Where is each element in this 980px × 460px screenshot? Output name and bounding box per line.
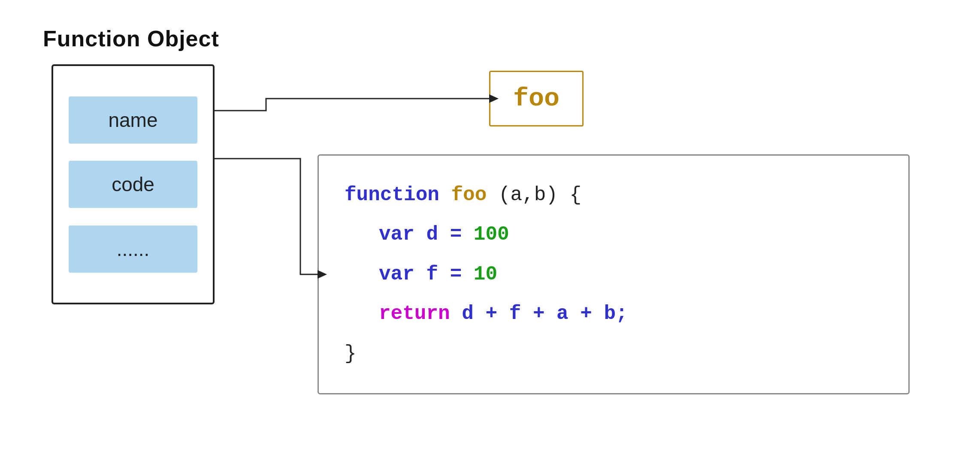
code-closing-brace: } (345, 343, 357, 365)
code-arrow-line (215, 159, 318, 274)
keyword-var-2: var (379, 263, 414, 286)
field-code: code (69, 161, 197, 208)
code-d-assign: d = (426, 223, 473, 246)
code-return-expr: d + f + a + b; (462, 303, 627, 325)
code-val-100: 100 (474, 223, 509, 246)
code-line-2: var d = 100 (379, 221, 883, 248)
page-title: Function Object (43, 26, 219, 51)
code-line-1: function foo (a,b) { (345, 181, 883, 209)
keyword-return: return (379, 303, 450, 325)
foo-label: foo (513, 84, 560, 113)
diagram-container: Function Object name code ...... foo fun… (0, 0, 980, 460)
code-foo-name: foo (451, 184, 487, 206)
function-object-box: name code ...... (51, 64, 215, 304)
field-name: name (69, 96, 197, 144)
code-box: function foo (a,b) { var d = 100 var f =… (318, 154, 910, 394)
keyword-function: function (345, 184, 439, 206)
foo-box: foo (489, 71, 584, 126)
code-params: (a,b) { (499, 184, 581, 206)
code-line-3: var f = 10 (379, 261, 883, 288)
keyword-var-1: var (379, 223, 414, 246)
code-val-10: 10 (474, 263, 497, 286)
code-line-4: return d + f + a + b; (379, 300, 883, 328)
name-arrow-line (215, 99, 489, 111)
field-other: ...... (69, 225, 197, 273)
code-f-assign: f = (426, 263, 473, 286)
code-line-5: } (345, 340, 883, 367)
